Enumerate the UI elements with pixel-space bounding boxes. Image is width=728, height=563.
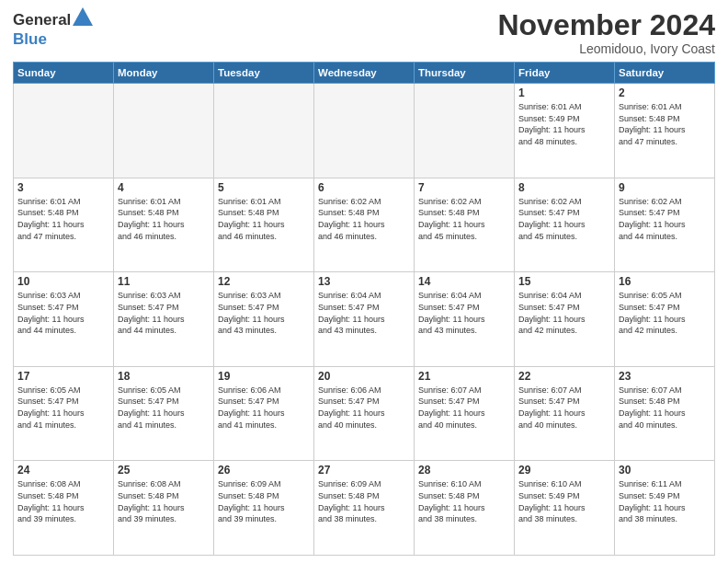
calendar-cell: 21Sunrise: 6:07 AM Sunset: 5:47 PM Dayli… (415, 366, 515, 461)
calendar-cell: 14Sunrise: 6:04 AM Sunset: 5:47 PM Dayli… (415, 272, 515, 367)
logo-icon (73, 7, 93, 26)
calendar-cell: 15Sunrise: 6:04 AM Sunset: 5:47 PM Dayli… (515, 272, 615, 367)
calendar-cell: 7Sunrise: 6:02 AM Sunset: 5:48 PM Daylig… (415, 178, 515, 272)
day-number: 24 (17, 464, 109, 477)
day-number: 18 (118, 370, 210, 383)
day-info: Sunrise: 6:08 AM Sunset: 5:48 PM Dayligh… (118, 478, 210, 524)
calendar-cell (314, 84, 415, 178)
day-info: Sunrise: 6:02 AM Sunset: 5:47 PM Dayligh… (619, 196, 711, 242)
day-number: 12 (218, 275, 310, 288)
calendar-cell: 20Sunrise: 6:06 AM Sunset: 5:47 PM Dayli… (314, 366, 415, 461)
calendar-cell: 27Sunrise: 6:09 AM Sunset: 5:48 PM Dayli… (314, 461, 415, 556)
calendar-cell (214, 84, 314, 178)
day-number: 16 (619, 275, 711, 288)
calendar-header-tuesday: Tuesday (214, 63, 314, 84)
calendar-cell: 1Sunrise: 6:01 AM Sunset: 5:49 PM Daylig… (515, 84, 615, 178)
calendar-cell: 18Sunrise: 6:05 AM Sunset: 5:47 PM Dayli… (114, 366, 214, 461)
day-number: 6 (318, 181, 410, 194)
day-number: 1 (518, 86, 610, 99)
day-info: Sunrise: 6:01 AM Sunset: 5:48 PM Dayligh… (118, 196, 210, 242)
day-info: Sunrise: 6:04 AM Sunset: 5:47 PM Dayligh… (418, 290, 510, 336)
day-number: 20 (318, 370, 410, 383)
calendar-cell: 9Sunrise: 6:02 AM Sunset: 5:47 PM Daylig… (615, 178, 715, 272)
day-number: 13 (318, 275, 410, 288)
calendar-cell: 26Sunrise: 6:09 AM Sunset: 5:48 PM Dayli… (214, 461, 314, 556)
day-info: Sunrise: 6:07 AM Sunset: 5:47 PM Dayligh… (418, 385, 510, 431)
day-number: 21 (418, 370, 510, 383)
calendar-cell: 30Sunrise: 6:11 AM Sunset: 5:49 PM Dayli… (615, 461, 715, 556)
day-info: Sunrise: 6:08 AM Sunset: 5:48 PM Dayligh… (17, 478, 109, 524)
day-info: Sunrise: 6:04 AM Sunset: 5:47 PM Dayligh… (318, 290, 410, 336)
day-number: 17 (17, 370, 109, 383)
day-info: Sunrise: 6:06 AM Sunset: 5:47 PM Dayligh… (218, 385, 310, 431)
calendar-cell: 6Sunrise: 6:02 AM Sunset: 5:48 PM Daylig… (314, 178, 415, 272)
day-number: 2 (619, 86, 711, 99)
calendar-week-3: 17Sunrise: 6:05 AM Sunset: 5:47 PM Dayli… (14, 366, 715, 461)
calendar-week-1: 3Sunrise: 6:01 AM Sunset: 5:48 PM Daylig… (14, 178, 715, 272)
day-number: 27 (318, 464, 410, 477)
day-info: Sunrise: 6:03 AM Sunset: 5:47 PM Dayligh… (218, 290, 310, 336)
calendar-cell (114, 84, 214, 178)
day-number: 19 (218, 370, 310, 383)
day-info: Sunrise: 6:09 AM Sunset: 5:48 PM Dayligh… (318, 478, 410, 524)
calendar-cell: 3Sunrise: 6:01 AM Sunset: 5:48 PM Daylig… (14, 178, 114, 272)
day-info: Sunrise: 6:07 AM Sunset: 5:47 PM Dayligh… (518, 385, 610, 431)
calendar-cell: 25Sunrise: 6:08 AM Sunset: 5:48 PM Dayli… (114, 461, 214, 556)
svg-marker-0 (73, 7, 93, 26)
day-number: 15 (518, 275, 610, 288)
calendar-cell: 23Sunrise: 6:07 AM Sunset: 5:48 PM Dayli… (615, 366, 715, 461)
day-number: 8 (518, 181, 610, 194)
calendar-cell: 8Sunrise: 6:02 AM Sunset: 5:47 PM Daylig… (515, 178, 615, 272)
day-number: 23 (619, 370, 711, 383)
day-info: Sunrise: 6:11 AM Sunset: 5:49 PM Dayligh… (619, 478, 711, 524)
calendar-cell: 29Sunrise: 6:10 AM Sunset: 5:49 PM Dayli… (515, 461, 615, 556)
calendar-cell: 24Sunrise: 6:08 AM Sunset: 5:48 PM Dayli… (14, 461, 114, 556)
day-info: Sunrise: 6:05 AM Sunset: 5:47 PM Dayligh… (17, 385, 109, 431)
day-info: Sunrise: 6:04 AM Sunset: 5:47 PM Dayligh… (518, 290, 610, 336)
day-info: Sunrise: 6:02 AM Sunset: 5:47 PM Dayligh… (518, 196, 610, 242)
day-number: 4 (118, 181, 210, 194)
calendar-header-thursday: Thursday (415, 63, 515, 84)
calendar-week-4: 24Sunrise: 6:08 AM Sunset: 5:48 PM Dayli… (14, 461, 715, 556)
logo-general-text: General (13, 11, 71, 29)
day-number: 5 (218, 181, 310, 194)
calendar-header-sunday: Sunday (14, 63, 114, 84)
month-title: November 2024 (497, 9, 715, 41)
calendar-cell: 19Sunrise: 6:06 AM Sunset: 5:47 PM Dayli… (214, 366, 314, 461)
day-info: Sunrise: 6:01 AM Sunset: 5:49 PM Dayligh… (518, 101, 610, 147)
day-info: Sunrise: 6:07 AM Sunset: 5:48 PM Dayligh… (619, 385, 711, 431)
day-number: 11 (118, 275, 210, 288)
calendar-cell: 22Sunrise: 6:07 AM Sunset: 5:47 PM Dayli… (515, 366, 615, 461)
calendar-week-0: 1Sunrise: 6:01 AM Sunset: 5:49 PM Daylig… (14, 84, 715, 178)
day-number: 22 (518, 370, 610, 383)
title-block: November 2024 Leomidouo, Ivory Coast (497, 9, 715, 56)
day-number: 26 (218, 464, 310, 477)
calendar-cell: 16Sunrise: 6:05 AM Sunset: 5:47 PM Dayli… (615, 272, 715, 367)
calendar-header-saturday: Saturday (615, 63, 715, 84)
calendar-cell: 2Sunrise: 6:01 AM Sunset: 5:48 PM Daylig… (615, 84, 715, 178)
day-info: Sunrise: 6:03 AM Sunset: 5:47 PM Dayligh… (118, 290, 210, 336)
calendar-header-row: SundayMondayTuesdayWednesdayThursdayFrid… (14, 63, 715, 84)
day-info: Sunrise: 6:02 AM Sunset: 5:48 PM Dayligh… (418, 196, 510, 242)
calendar-cell: 5Sunrise: 6:01 AM Sunset: 5:48 PM Daylig… (214, 178, 314, 272)
day-number: 25 (118, 464, 210, 477)
calendar-table: SundayMondayTuesdayWednesdayThursdayFrid… (13, 62, 715, 556)
calendar-cell: 11Sunrise: 6:03 AM Sunset: 5:47 PM Dayli… (114, 272, 214, 367)
day-info: Sunrise: 6:03 AM Sunset: 5:47 PM Dayligh… (17, 290, 109, 336)
calendar-header-friday: Friday (515, 63, 615, 84)
day-info: Sunrise: 6:05 AM Sunset: 5:47 PM Dayligh… (118, 385, 210, 431)
calendar-cell: 12Sunrise: 6:03 AM Sunset: 5:47 PM Dayli… (214, 272, 314, 367)
day-info: Sunrise: 6:01 AM Sunset: 5:48 PM Dayligh… (218, 196, 310, 242)
location: Leomidouo, Ivory Coast (497, 41, 715, 56)
calendar-cell: 28Sunrise: 6:10 AM Sunset: 5:48 PM Dayli… (415, 461, 515, 556)
day-info: Sunrise: 6:01 AM Sunset: 5:48 PM Dayligh… (619, 101, 711, 147)
day-number: 14 (418, 275, 510, 288)
day-info: Sunrise: 6:10 AM Sunset: 5:49 PM Dayligh… (518, 478, 610, 524)
calendar-cell (14, 84, 114, 178)
day-info: Sunrise: 6:09 AM Sunset: 5:48 PM Dayligh… (218, 478, 310, 524)
day-info: Sunrise: 6:10 AM Sunset: 5:48 PM Dayligh… (418, 478, 510, 524)
calendar-cell: 10Sunrise: 6:03 AM Sunset: 5:47 PM Dayli… (14, 272, 114, 367)
calendar-cell: 13Sunrise: 6:04 AM Sunset: 5:47 PM Dayli… (314, 272, 415, 367)
day-info: Sunrise: 6:02 AM Sunset: 5:48 PM Dayligh… (318, 196, 410, 242)
page: General Blue November 2024 Leomidouo, Iv… (0, 0, 728, 563)
